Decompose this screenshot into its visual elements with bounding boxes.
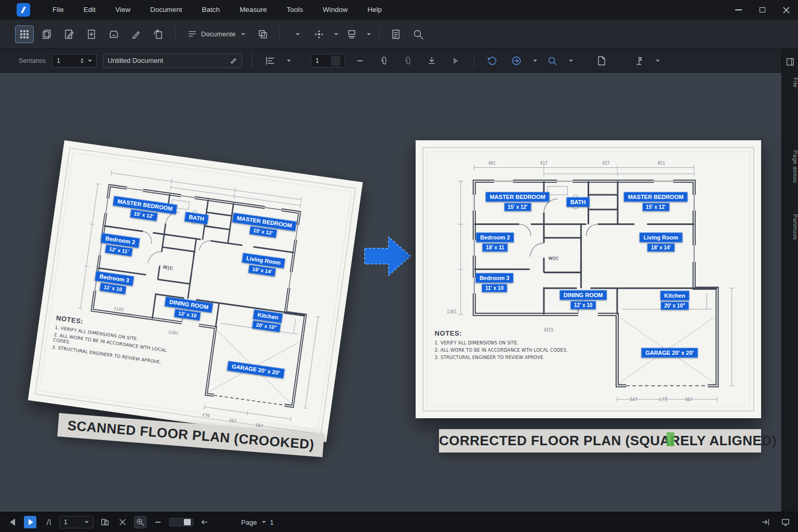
rail-tab-panels[interactable]: Paninuos — [782, 214, 798, 240]
separator — [280, 27, 280, 42]
arrow-left-icon — [200, 517, 209, 527]
chevron-down-icon[interactable] — [262, 521, 266, 523]
chevron-down-icon — [296, 33, 300, 35]
download-icon — [427, 56, 436, 65]
magnifier-icon — [547, 56, 557, 66]
chevron-down-icon[interactable] — [533, 60, 537, 62]
room-label-living-room: Living Room 18' x 14' — [640, 232, 683, 251]
statusbar: 1 Page 1 — [0, 512, 798, 532]
menu-tools[interactable]: Tools — [277, 0, 313, 20]
maximize-button[interactable] — [750, 0, 774, 20]
play-icon — [451, 57, 460, 65]
rotate-page-icon — [153, 29, 164, 39]
chevron-down-icon[interactable] — [569, 60, 573, 62]
rail-tab-file[interactable]: File — [782, 77, 798, 88]
snapshot-button[interactable] — [593, 52, 610, 69]
extract-pages-button[interactable] — [105, 26, 123, 43]
chevron-down-icon — [241, 33, 245, 35]
close-button[interactable] — [774, 0, 798, 20]
close-icon — [783, 7, 790, 14]
overflow-chevron-button[interactable] — [288, 26, 305, 43]
rotate-pages-button[interactable] — [150, 26, 167, 43]
rail-tab-page[interactable]: Page asoou — [782, 150, 798, 183]
edit-page-button[interactable] — [60, 26, 78, 43]
insert-page-button[interactable] — [83, 26, 100, 43]
statusbar-right-group — [760, 516, 792, 528]
spinner-icon[interactable] — [81, 58, 84, 63]
room-dim-chip: 15' x 12' — [504, 203, 531, 211]
menu-view[interactable]: View — [105, 0, 140, 20]
play-view-button[interactable] — [24, 516, 36, 528]
menu-batch[interactable]: Batch — [192, 0, 230, 20]
rotate-ccw-button[interactable] — [484, 52, 501, 69]
menubar: File Edit View Document Batch Measure To… — [43, 0, 392, 20]
close-view-button[interactable] — [116, 516, 129, 528]
stamp-tool-button[interactable] — [343, 26, 361, 43]
chevron-down-icon[interactable] — [656, 60, 660, 62]
line-number-field[interactable]: 1 — [52, 54, 97, 68]
titlebar: File Edit View Document Batch Measure To… — [0, 0, 798, 20]
chevron-down-icon — [85, 521, 89, 523]
page-plus-icon — [86, 29, 97, 39]
room-label-bath: BATH — [566, 197, 590, 207]
run-forward-button[interactable] — [447, 52, 464, 69]
transform-arrow-icon — [364, 235, 413, 277]
placement-tool-button[interactable] — [630, 52, 648, 69]
notes-item: 1. VERIFY ALL DIMENSIONS ON SITE. — [435, 340, 580, 345]
pan-left-button[interactable] — [198, 516, 211, 528]
search-button[interactable] — [409, 26, 427, 43]
rotate-ccw-icon — [487, 56, 498, 66]
menu-measure[interactable]: Measure — [230, 0, 277, 20]
floorplan-drawing — [416, 140, 761, 418]
room-name-chip: BATH — [566, 197, 590, 207]
presentation-button[interactable] — [779, 516, 792, 528]
menu-document[interactable]: Document — [140, 0, 192, 20]
document-name-field[interactable]: Untitled Document — [103, 54, 242, 68]
auto-enhance-button[interactable] — [310, 26, 328, 43]
import-download-button[interactable] — [423, 52, 441, 69]
zoom-select-button[interactable] — [134, 516, 147, 528]
zoom-out-button[interactable] — [152, 516, 164, 528]
document-canvas[interactable]: MASTER BEDROOM 15' x 12' BATH MASTER BED… — [0, 73, 781, 512]
notes-item: 2. ALL WORK TO BE IN ACCORDANCE WTH LOCA… — [435, 348, 580, 353]
attach-file-button[interactable] — [375, 52, 393, 69]
view-mode-dropdown[interactable]: 1 — [59, 516, 94, 528]
menu-file[interactable]: File — [43, 0, 74, 20]
minimize-button[interactable] — [726, 0, 750, 20]
chevron-down-icon[interactable] — [334, 33, 338, 35]
zoom-tool-button[interactable] — [543, 52, 561, 69]
room-name-chip: GARAGE 20' x 20' — [641, 348, 698, 358]
dimension-number: L77 — [659, 397, 667, 402]
dimension-number: 562 — [229, 418, 237, 423]
report-button[interactable] — [387, 26, 405, 43]
align-tool-button[interactable] — [261, 52, 279, 69]
notes-block: NOTES: 1. VERIFY ALL DIMENSIONS ON SITE.… — [435, 329, 580, 362]
navigate-circle-button[interactable] — [508, 52, 525, 69]
annotate-pen-button[interactable] — [127, 26, 145, 43]
separator — [379, 27, 379, 42]
fit-width-button[interactable] — [760, 516, 772, 528]
chevron-down-icon[interactable] — [367, 33, 371, 35]
menu-window[interactable]: Window — [313, 0, 357, 20]
menu-edit[interactable]: Edit — [74, 0, 105, 20]
prev-view-button[interactable] — [6, 516, 19, 528]
panel-toggle-button[interactable] — [784, 56, 796, 68]
duplicate-pages-button[interactable] — [38, 26, 56, 43]
split-view-button[interactable] — [99, 516, 111, 528]
thumbnails-button[interactable] — [16, 26, 33, 43]
page-position-button[interactable] — [42, 516, 54, 528]
room-name-chip: Living Room — [640, 232, 683, 242]
chevron-down-icon[interactable] — [287, 60, 291, 62]
tray-icon — [109, 29, 119, 39]
navigation-toolbar: Sentanss 1 Untitled Document — [0, 49, 781, 73]
room-name-chip: MASTER BEDROOM — [624, 192, 688, 202]
collapse-minus-button[interactable] — [351, 52, 369, 69]
zoom-slider-thumb[interactable] — [184, 519, 191, 525]
documents-dropdown[interactable]: Documente — [183, 26, 249, 43]
circle-arrow-right-icon — [511, 56, 522, 66]
page-number-field[interactable]: 1 — [311, 54, 345, 68]
menu-help[interactable]: Help — [357, 0, 392, 20]
attach-file-button-2[interactable] — [399, 52, 417, 69]
zoom-slider[interactable] — [169, 518, 193, 526]
compare-documents-button[interactable] — [254, 26, 272, 43]
